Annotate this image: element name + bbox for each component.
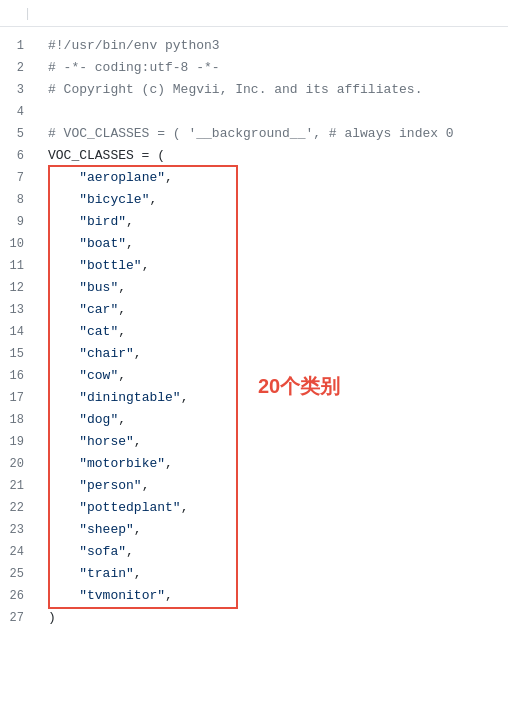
line-number: 24 xyxy=(0,541,40,563)
line-number: 26 xyxy=(0,585,40,607)
file-info-bar: | xyxy=(0,0,508,27)
code-line: 21 "person", xyxy=(0,475,508,497)
line-number: 7 xyxy=(0,167,40,189)
line-number: 20 xyxy=(0,453,40,475)
code-line: 19 "horse", xyxy=(0,431,508,453)
line-number: 9 xyxy=(0,211,40,233)
code-line: 27) xyxy=(0,607,508,629)
line-content: "cat", xyxy=(40,321,508,343)
line-number: 4 xyxy=(0,101,40,123)
line-number: 23 xyxy=(0,519,40,541)
line-number: 22 xyxy=(0,497,40,519)
line-number: 10 xyxy=(0,233,40,255)
line-number: 8 xyxy=(0,189,40,211)
line-content: # VOC_CLASSES = ( '__background__', # al… xyxy=(40,123,508,145)
line-number: 25 xyxy=(0,563,40,585)
line-content: "diningtable", xyxy=(40,387,508,409)
code-line: 16 "cow", xyxy=(0,365,508,387)
line-number: 13 xyxy=(0,299,40,321)
code-viewer: | 1#!/usr/bin/env python32# -*- coding:u… xyxy=(0,0,508,637)
code-line: 26 "tvmonitor", xyxy=(0,585,508,607)
line-number: 17 xyxy=(0,387,40,409)
line-content: "cow", xyxy=(40,365,508,387)
code-line: 6VOC_CLASSES = ( xyxy=(0,145,508,167)
code-line: 25 "train", xyxy=(0,563,508,585)
line-content: ) xyxy=(40,607,508,629)
code-line: 14 "cat", xyxy=(0,321,508,343)
code-line: 5# VOC_CLASSES = ( '__background__', # a… xyxy=(0,123,508,145)
code-line: 17 "diningtable", xyxy=(0,387,508,409)
line-content: "bird", xyxy=(40,211,508,233)
code-line: 9 "bird", xyxy=(0,211,508,233)
line-content: "horse", xyxy=(40,431,508,453)
line-content: VOC_CLASSES = ( xyxy=(40,145,508,167)
code-line: 11 "bottle", xyxy=(0,255,508,277)
line-content: "bus", xyxy=(40,277,508,299)
code-container: 1#!/usr/bin/env python32# -*- coding:utf… xyxy=(0,27,508,637)
line-number: 27 xyxy=(0,607,40,629)
code-line: 23 "sheep", xyxy=(0,519,508,541)
line-content: "train", xyxy=(40,563,508,585)
line-number: 14 xyxy=(0,321,40,343)
line-number: 6 xyxy=(0,145,40,167)
line-content: # -*- coding:utf-8 -*- xyxy=(40,57,508,79)
line-content: "motorbike", xyxy=(40,453,508,475)
code-line: 22 "pottedplant", xyxy=(0,497,508,519)
line-number: 18 xyxy=(0,409,40,431)
line-content: # Copyright (c) Megvii, Inc. and its aff… xyxy=(40,79,508,101)
line-content: "sofa", xyxy=(40,541,508,563)
line-content: "sheep", xyxy=(40,519,508,541)
line-number: 12 xyxy=(0,277,40,299)
line-content: "aeroplane", xyxy=(40,167,508,189)
line-content: "bicycle", xyxy=(40,189,508,211)
code-line: 1#!/usr/bin/env python3 xyxy=(0,35,508,57)
code-line: 18 "dog", xyxy=(0,409,508,431)
line-content: "bottle", xyxy=(40,255,508,277)
separator: | xyxy=(26,6,29,20)
line-number: 16 xyxy=(0,365,40,387)
code-line: 15 "chair", xyxy=(0,343,508,365)
line-content: "person", xyxy=(40,475,508,497)
line-number: 5 xyxy=(0,123,40,145)
code-line: 13 "car", xyxy=(0,299,508,321)
line-content: "car", xyxy=(40,299,508,321)
line-number: 15 xyxy=(0,343,40,365)
code-line: 8 "bicycle", xyxy=(0,189,508,211)
line-content: "dog", xyxy=(40,409,508,431)
code-line: 12 "bus", xyxy=(0,277,508,299)
code-line: 4 xyxy=(0,101,508,123)
line-content: "tvmonitor", xyxy=(40,585,508,607)
code-line: 2# -*- coding:utf-8 -*- xyxy=(0,57,508,79)
code-line: 3# Copyright (c) Megvii, Inc. and its af… xyxy=(0,79,508,101)
line-number: 1 xyxy=(0,35,40,57)
code-line: 24 "sofa", xyxy=(0,541,508,563)
line-number: 19 xyxy=(0,431,40,453)
line-content: "boat", xyxy=(40,233,508,255)
line-content: "pottedplant", xyxy=(40,497,508,519)
line-number: 21 xyxy=(0,475,40,497)
line-number: 11 xyxy=(0,255,40,277)
code-line: 20 "motorbike", xyxy=(0,453,508,475)
line-number: 2 xyxy=(0,57,40,79)
line-number: 3 xyxy=(0,79,40,101)
line-content: #!/usr/bin/env python3 xyxy=(40,35,508,57)
line-content: "chair", xyxy=(40,343,508,365)
code-line: 7 "aeroplane", xyxy=(0,167,508,189)
code-line: 10 "boat", xyxy=(0,233,508,255)
